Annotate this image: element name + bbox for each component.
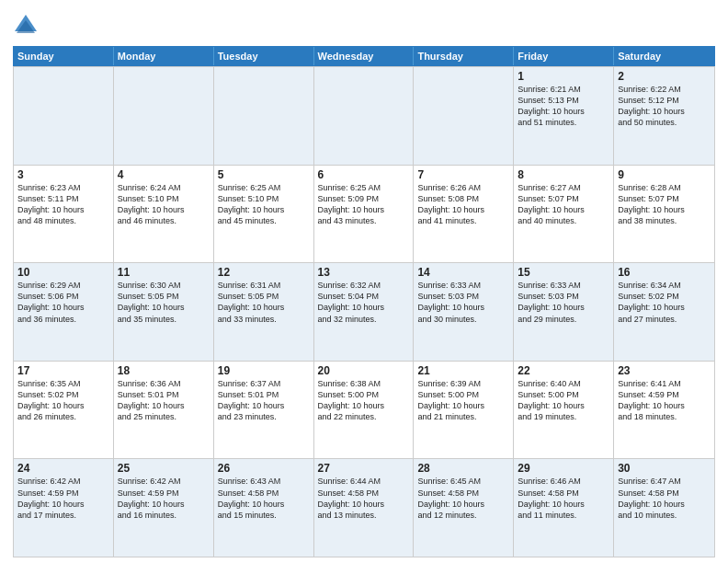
cell-info-line: Sunrise: 6:44 AM [318,476,410,487]
cell-info-line: Sunrise: 6:35 AM [17,378,109,389]
cell-info-line: Daylight: 10 hours [218,400,310,411]
day-number: 5 [218,168,310,181]
cell-info-line: and 22 minutes. [318,411,410,422]
cell-info-line: and 45 minutes. [218,215,310,226]
cell-info-line: and 13 minutes. [318,510,410,521]
cell-info-line: Sunset: 5:03 PM [518,291,609,302]
cell-info-line: Sunset: 4:59 PM [17,488,109,499]
calendar-cell-row1-col3: 6Sunrise: 6:25 AMSunset: 5:09 PMDaylight… [314,166,415,263]
cell-info-line: Sunrise: 6:25 AM [318,182,410,193]
day-number: 3 [17,168,109,181]
cell-info-line: Daylight: 10 hours [417,400,509,411]
cell-info-line: Sunset: 5:03 PM [417,291,509,302]
cell-info-line: Sunset: 5:01 PM [218,389,310,400]
cell-info-line: Daylight: 10 hours [618,400,711,411]
cell-info-line: and 19 minutes. [518,411,609,422]
cell-info-line: Sunset: 5:09 PM [318,193,410,204]
day-number: 26 [218,462,310,475]
cell-info-line: Sunset: 5:11 PM [17,193,109,204]
day-number: 18 [118,364,210,377]
calendar-row-0: 1Sunrise: 6:21 AMSunset: 5:13 PMDaylight… [14,66,714,165]
cell-info-line: Sunset: 5:02 PM [17,389,109,400]
calendar-cell-row3-col1: 18Sunrise: 6:36 AMSunset: 5:01 PMDayligh… [114,362,214,459]
cell-info-line: and 29 minutes. [518,314,609,325]
calendar-cell-row1-col0: 3Sunrise: 6:23 AMSunset: 5:11 PMDaylight… [14,166,114,263]
cell-info-line: and 50 minutes. [618,117,711,128]
calendar-cell-row0-col5: 1Sunrise: 6:21 AMSunset: 5:13 PMDaylight… [514,67,614,165]
cell-info-line: Sunrise: 6:43 AM [218,476,310,487]
cell-info-line: Daylight: 10 hours [118,499,210,510]
cell-info-line: Sunrise: 6:29 AM [17,280,109,291]
day-number: 30 [618,462,711,475]
cell-info-line: and 41 minutes. [417,215,509,226]
cell-info-line: Sunset: 5:08 PM [417,193,509,204]
calendar: SundayMondayTuesdayWednesdayThursdayFrid… [13,46,715,557]
logo [13,9,42,39]
calendar-cell-row2-col5: 15Sunrise: 6:33 AMSunset: 5:03 PMDayligh… [514,263,614,361]
cell-info-line: and 25 minutes. [118,411,210,422]
cell-info-line: Daylight: 10 hours [618,302,711,313]
cell-info-line: Sunset: 5:00 PM [518,389,609,400]
calendar-cell-row1-col2: 5Sunrise: 6:25 AMSunset: 5:10 PMDaylight… [214,166,314,263]
day-number: 27 [318,462,410,475]
day-number: 11 [118,266,210,279]
day-number: 17 [17,364,109,377]
cell-info-line: Sunset: 5:10 PM [118,193,210,204]
calendar-cell-row3-col6: 23Sunrise: 6:41 AMSunset: 4:59 PMDayligh… [614,362,714,459]
calendar-cell-row2-col1: 11Sunrise: 6:30 AMSunset: 5:05 PMDayligh… [114,263,214,361]
cell-info-line: and 48 minutes. [17,215,109,226]
calendar-cell-row1-col5: 8Sunrise: 6:27 AMSunset: 5:07 PMDaylight… [514,166,614,263]
cell-info-line: and 27 minutes. [618,314,711,325]
calendar-cell-row3-col4: 21Sunrise: 6:39 AMSunset: 5:00 PMDayligh… [414,362,514,459]
cell-info-line: Sunrise: 6:32 AM [318,280,410,291]
calendar-cell-row1-col6: 9Sunrise: 6:28 AMSunset: 5:07 PMDaylight… [614,166,714,263]
cell-info-line: Sunset: 5:00 PM [417,389,509,400]
cell-info-line: Daylight: 10 hours [417,302,509,313]
cell-info-line: Sunset: 4:58 PM [318,488,410,499]
cell-info-line: Daylight: 10 hours [518,499,609,510]
cell-info-line: and 32 minutes. [318,314,410,325]
cell-info-line: Sunrise: 6:23 AM [17,182,109,193]
cell-info-line: Sunrise: 6:47 AM [618,476,711,487]
calendar-body: 1Sunrise: 6:21 AMSunset: 5:13 PMDaylight… [13,66,715,557]
calendar-cell-row2-col0: 10Sunrise: 6:29 AMSunset: 5:06 PMDayligh… [14,263,114,361]
calendar-cell-row4-col1: 25Sunrise: 6:42 AMSunset: 4:59 PMDayligh… [114,459,214,557]
cell-info-line: Daylight: 10 hours [17,499,109,510]
day-number: 24 [17,462,109,475]
cell-info-line: Daylight: 10 hours [518,204,609,215]
cell-info-line: Sunset: 5:02 PM [618,291,711,302]
calendar-cell-row3-col5: 22Sunrise: 6:40 AMSunset: 5:00 PMDayligh… [514,362,614,459]
calendar-row-2: 10Sunrise: 6:29 AMSunset: 5:06 PMDayligh… [14,262,714,361]
cell-info-line: Sunrise: 6:38 AM [318,378,410,389]
calendar-row-4: 24Sunrise: 6:42 AMSunset: 4:59 PMDayligh… [14,458,714,557]
cell-info-line: and 15 minutes. [218,510,310,521]
day-number: 20 [318,364,410,377]
calendar-header: SundayMondayTuesdayWednesdayThursdayFrid… [13,46,715,66]
calendar-cell-row1-col1: 4Sunrise: 6:24 AMSunset: 5:10 PMDaylight… [114,166,214,263]
cell-info-line: Sunrise: 6:33 AM [518,280,609,291]
cell-info-line: Sunrise: 6:45 AM [417,476,509,487]
cell-info-line: Daylight: 10 hours [17,302,109,313]
cell-info-line: Sunrise: 6:26 AM [417,182,509,193]
cell-info-line: and 23 minutes. [218,411,310,422]
calendar-cell-row2-col6: 16Sunrise: 6:34 AMSunset: 5:02 PMDayligh… [614,263,714,361]
cell-info-line: Sunrise: 6:25 AM [218,182,310,193]
logo-icon [13,13,39,39]
cell-info-line: Daylight: 10 hours [118,302,210,313]
calendar-cell-row0-col4 [414,67,514,165]
cell-info-line: Sunrise: 6:42 AM [17,476,109,487]
cell-info-line: Sunrise: 6:28 AM [618,182,711,193]
calendar-cell-row0-col6: 2Sunrise: 6:22 AMSunset: 5:12 PMDaylight… [614,67,714,165]
cell-info-line: and 11 minutes. [518,510,609,521]
calendar-cell-row4-col0: 24Sunrise: 6:42 AMSunset: 4:59 PMDayligh… [14,459,114,557]
calendar-cell-row1-col4: 7Sunrise: 6:26 AMSunset: 5:08 PMDaylight… [414,166,514,263]
cell-info-line: Daylight: 10 hours [518,400,609,411]
cell-info-line: Sunrise: 6:41 AM [618,378,711,389]
calendar-cell-row4-col6: 30Sunrise: 6:47 AMSunset: 4:58 PMDayligh… [614,459,714,557]
calendar-row-1: 3Sunrise: 6:23 AMSunset: 5:11 PMDaylight… [14,165,714,263]
day-number: 25 [118,462,210,475]
cell-info-line: Sunset: 5:00 PM [318,389,410,400]
calendar-cell-row3-col3: 20Sunrise: 6:38 AMSunset: 5:00 PMDayligh… [314,362,415,459]
day-number: 13 [318,266,410,279]
day-number: 28 [417,462,509,475]
